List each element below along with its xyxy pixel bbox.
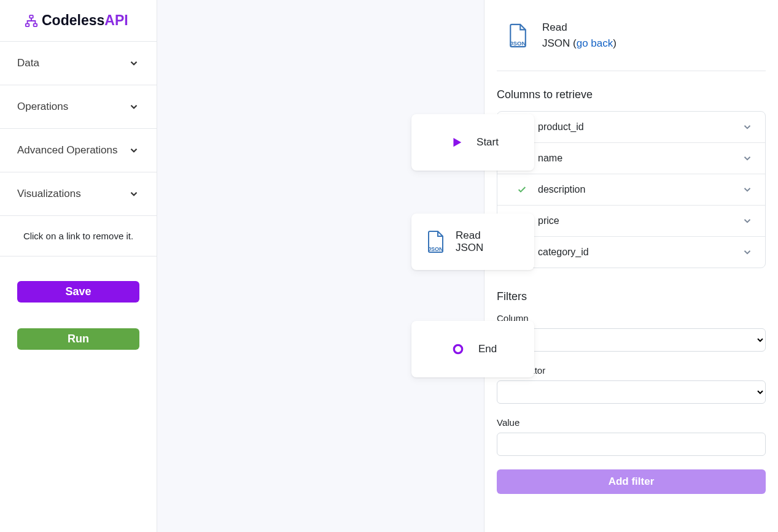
chevron-down-icon (128, 188, 139, 199)
svg-rect-2 (34, 23, 37, 26)
node-end[interactable]: End (411, 321, 534, 377)
node-label: Start (477, 136, 499, 148)
play-icon (447, 136, 465, 149)
chevron-down-icon (128, 101, 139, 112)
filter-column-select[interactable] (497, 328, 766, 352)
save-button[interactable]: Save (17, 281, 139, 303)
sidebar-item-operations[interactable]: Operations (0, 85, 157, 129)
sidebar-item-advanced-operations[interactable]: Advanced Operations (0, 129, 157, 172)
check-icon (517, 185, 527, 195)
go-back-link[interactable]: go back (577, 37, 613, 49)
column-item[interactable]: category_id (497, 237, 765, 268)
column-name: name (538, 153, 562, 164)
sidebar-hint: Click on a link to remove it. (0, 216, 157, 256)
sidebar-item-label: Data (17, 57, 39, 69)
column-name: description (538, 184, 585, 195)
columns-heading: Columns to retrieve (497, 88, 766, 101)
sidebar: CodelessAPI Data Operations Advanced Ope… (0, 0, 157, 532)
sidebar-item-label: Advanced Operations (17, 144, 118, 156)
sidebar-buttons: Save Run (0, 256, 157, 350)
svg-text:JSON: JSON (428, 246, 443, 252)
node-start[interactable]: Start (411, 114, 534, 171)
brand-text-dark: Codeless (42, 12, 104, 29)
columns-list: product_id name description price (497, 111, 766, 268)
json-file-icon: JSON (426, 231, 445, 253)
sidebar-item-visualizations[interactable]: Visualizations (0, 172, 157, 216)
chevron-down-icon (128, 58, 139, 69)
node-label: Read JSON (456, 229, 483, 255)
filters-heading: Filters (497, 290, 766, 303)
svg-text:JSON: JSON (510, 40, 526, 47)
chevron-down-icon (742, 184, 753, 195)
chevron-down-icon (128, 145, 139, 156)
panel-title: Read JSON (go back) (542, 20, 617, 51)
svg-rect-0 (29, 15, 33, 18)
sidebar-item-data[interactable]: Data (0, 42, 157, 85)
flow-canvas[interactable]: Start JSON Read JSON End (157, 0, 484, 532)
column-field-label: Column (497, 313, 766, 323)
node-read-json[interactable]: JSON Read JSON (411, 214, 534, 270)
column-name: price (538, 215, 559, 226)
chevron-down-icon (742, 121, 753, 133)
logo[interactable]: CodelessAPI (0, 0, 157, 42)
svg-rect-1 (26, 23, 29, 26)
end-circle-icon (449, 343, 467, 355)
column-item[interactable]: product_id (497, 112, 765, 143)
column-name: category_id (538, 247, 589, 258)
brand-text-accent: API (104, 12, 128, 29)
column-name: product_id (538, 121, 584, 133)
column-item[interactable]: description (497, 174, 765, 206)
sitemap-icon (25, 14, 38, 28)
chevron-down-icon (742, 215, 753, 226)
value-field-label: Value (497, 417, 766, 428)
column-item[interactable]: price (497, 206, 765, 237)
sidebar-item-label: Operations (17, 101, 68, 113)
json-file-icon: JSON (508, 23, 527, 48)
filter-comparator-select[interactable] (497, 380, 766, 404)
filter-value-input[interactable] (497, 433, 766, 456)
panel-header: JSON Read JSON (go back) (497, 20, 766, 71)
run-button[interactable]: Run (17, 328, 139, 350)
node-label: End (478, 343, 497, 355)
chevron-down-icon (742, 247, 753, 258)
svg-point-4 (454, 345, 462, 353)
column-item[interactable]: name (497, 143, 765, 174)
add-filter-button[interactable]: Add filter (497, 469, 766, 494)
sidebar-item-label: Visualizations (17, 188, 81, 200)
comparator-field-label: Comparator (497, 365, 766, 376)
chevron-down-icon (742, 153, 753, 164)
